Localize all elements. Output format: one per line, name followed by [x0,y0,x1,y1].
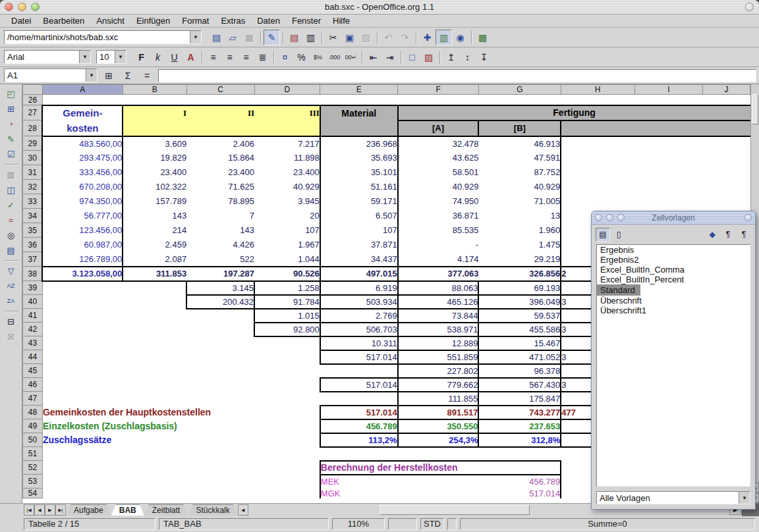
row-header-48[interactable]: 48 [23,406,43,419]
cell-A46[interactable] [42,378,123,392]
cell-G30[interactable]: 47.591 [478,151,561,165]
cell-A39[interactable] [42,281,123,295]
menu-item-hilfe[interactable]: Hilfe [327,15,356,26]
cell-C54[interactable] [186,489,254,498]
new-style-from-selection-icon[interactable]: ¶ [721,228,735,242]
cell-F54[interactable]: 517.014 [398,489,561,498]
cell-C31[interactable]: 23.400 [186,165,254,180]
cell-C38[interactable]: 197.287 [186,267,254,281]
cell-D54[interactable] [254,489,320,498]
cell-C43[interactable] [186,336,254,350]
cell-E38[interactable]: 497.015 [320,267,398,281]
cell-B26[interactable] [123,95,186,105]
cell-D43[interactable] [254,336,320,350]
cell-E33[interactable]: 59.171 [320,194,398,209]
cell-A41[interactable] [42,309,123,323]
col-header-E[interactable]: E [320,85,398,95]
cell-E28[interactable] [320,120,398,136]
function-wizard-icon[interactable]: ⊞ [101,68,117,83]
currency-format-icon[interactable]: ¤ [277,49,293,65]
selection-mode-indicator[interactable]: STD [420,518,444,530]
cell-E54[interactable]: MGK [320,489,398,498]
cell-G43[interactable]: 15.467 [478,336,561,350]
chevron-down-icon[interactable]: ▼ [79,51,90,63]
cell-E37[interactable]: 34.437 [320,252,398,267]
next-sheet-icon[interactable]: ▶ [45,504,55,516]
document-url-combo[interactable]: /home/martinix/shots/bab.sxc ▼ [4,30,202,44]
cell-F45[interactable]: 227.802 [398,364,479,378]
cell-G26[interactable] [478,95,561,105]
row-header-43[interactable]: 43 [23,336,43,350]
sort-ascending-icon[interactable]: AZ [3,279,20,293]
col-header-D[interactable]: D [254,85,320,95]
cell-G39[interactable]: 69.193 [478,281,561,295]
cell-D31[interactable]: 23.400 [254,165,320,180]
cell-E47[interactable] [320,392,398,406]
cell-C53[interactable] [186,475,254,489]
style-list[interactable]: ErgebnisErgebnis2Excel_BuiltIn_CommaExce… [596,244,750,487]
cell-H32[interactable] [561,180,634,194]
row-header-36[interactable]: 36 [23,238,43,252]
cell-A26[interactable] [42,95,123,105]
insert-cells-icon[interactable]: ⊞ [3,101,20,116]
cell-B32[interactable]: 102.322 [123,180,186,194]
align-left-icon[interactable]: ≡ [205,49,221,65]
align-right-icon[interactable]: ≡ [238,49,254,65]
menu-item-ansicht[interactable]: Ansicht [90,15,130,26]
menu-item-einfgen[interactable]: Einfügen [130,15,176,26]
cell-C29[interactable]: 2.406 [186,136,254,151]
cell-D40[interactable]: 91.784 [254,295,320,309]
cell-E52[interactable]: Berechnung der Herstellkosten [320,461,561,475]
cell-C32[interactable]: 71.625 [186,180,254,194]
cell-D53[interactable] [254,475,320,489]
cell-I33[interactable] [634,194,703,209]
cell-C41[interactable] [186,309,254,323]
cell-F27[interactable]: Fertigung [398,105,750,120]
cell-B40[interactable] [123,295,186,309]
row-header-34[interactable]: 34 [23,209,43,223]
row-header-40[interactable]: 40 [23,295,43,309]
cell-B29[interactable]: 3.609 [123,136,186,151]
row-header-49[interactable]: 49 [23,419,43,433]
cell-E43[interactable]: 10.311 [320,336,398,350]
cell-A52[interactable] [42,461,123,475]
cell-G37[interactable]: 29.219 [478,252,561,267]
cell-G32[interactable]: 40.929 [478,180,561,194]
align-center-icon[interactable]: ≡ [221,49,238,65]
italic-icon[interactable]: k [150,49,166,65]
cell-A36[interactable]: 60.987,00 [42,238,123,252]
autofilter-icon[interactable]: ▽ [3,263,20,278]
background-color-icon[interactable]: ▨ [420,49,437,65]
chevron-down-icon[interactable]: ▼ [190,31,201,43]
col-header-H[interactable]: H [561,85,634,95]
row-header-33[interactable]: 33 [23,194,43,209]
cell-D38[interactable]: 90.526 [254,267,320,281]
chevron-down-icon[interactable]: ▼ [739,492,750,504]
cell-G50[interactable]: 312,8% [478,433,561,447]
cell-C42[interactable] [186,323,254,336]
menu-item-daten[interactable]: Daten [251,15,286,26]
row-header-32[interactable]: 32 [23,180,43,194]
bold-icon[interactable]: F [133,49,150,65]
cell-C37[interactable]: 522 [186,252,254,267]
cell-F40[interactable]: 465.126 [398,295,479,309]
cell-E41[interactable]: 2.769 [320,309,398,323]
cell-B52[interactable] [123,461,186,475]
cell-A49[interactable]: Einzelkosten (Zuschlagsbasis) [42,419,320,433]
cell-E29[interactable]: 236.968 [320,136,398,151]
cell-F29[interactable]: 32.478 [398,136,479,151]
horizontal-scrollbar-thumb[interactable] [380,505,530,515]
cell-F32[interactable]: 40.929 [398,180,479,194]
cell-C30[interactable]: 15.864 [186,151,254,165]
update-style-icon[interactable]: ¶ [737,228,751,242]
cell-E49[interactable]: 456.789 [320,419,398,433]
row-header-54[interactable]: 54 [23,489,43,498]
cell-D52[interactable] [254,461,320,475]
cut-icon[interactable]: ✂ [325,30,341,45]
cell-I30[interactable] [634,151,703,165]
cell-A53[interactable] [42,475,123,489]
cell-E34[interactable]: 6.507 [320,209,398,223]
cell-D35[interactable]: 107 [254,223,320,238]
draw-functions-icon[interactable]: ✎ [3,132,20,146]
cell-B41[interactable] [123,309,186,323]
